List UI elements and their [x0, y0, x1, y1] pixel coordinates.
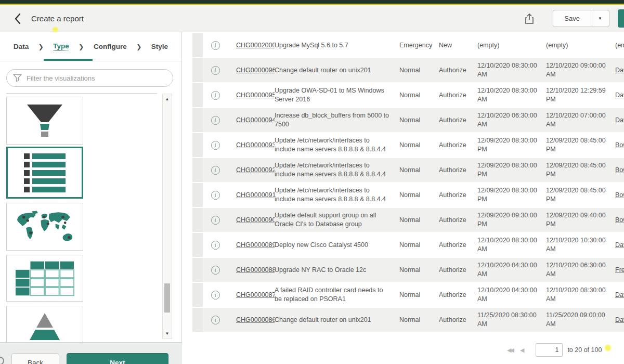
assigned-to-link[interactable]: Bow	[615, 166, 624, 174]
assigned-to-link[interactable]: Bow	[615, 191, 624, 199]
short-description: Update /etc/network/interfaces to includ…	[275, 183, 399, 207]
primary-button-partial[interactable]	[618, 9, 624, 28]
record-number-link[interactable]: CHG0000089	[236, 241, 275, 249]
assigned-to-link[interactable]: Bow	[615, 141, 624, 149]
viz-list-scrollbar[interactable]: ▲ ▼	[162, 94, 172, 339]
planned-start-date: 12/10/2020 08:30:00 AM	[477, 58, 546, 82]
step-type[interactable]: Type	[53, 42, 69, 51]
step-style[interactable]: Style	[151, 43, 168, 50]
save-dropdown-button[interactable]: ▼	[591, 10, 609, 27]
info-icon[interactable]: i	[211, 166, 220, 175]
viz-type-pyramid[interactable]	[6, 306, 83, 342]
viz-type-funnel[interactable]	[6, 97, 83, 145]
record-number-link[interactable]: CHG0000086	[236, 316, 275, 323]
change-state: New	[439, 33, 477, 57]
record-number-link[interactable]: CHG0000088	[236, 266, 275, 274]
viz-type-map[interactable]	[6, 203, 83, 251]
record-number-link[interactable]: CHG0002000	[236, 42, 275, 49]
assigned-to-link[interactable]: Dav	[615, 241, 624, 249]
table-row: i CHG0000086 Change default router on un…	[192, 308, 624, 332]
table-row: i CHG0000089 Deploy new Cisco Catalyst 4…	[192, 233, 624, 257]
info-icon[interactable]: i	[211, 91, 220, 100]
row-gutter	[192, 83, 203, 107]
next-button[interactable]: Next	[67, 353, 168, 364]
first-page-icon[interactable]: ◀◀	[507, 347, 513, 354]
assigned-to-link[interactable]: Dav	[615, 316, 624, 323]
short-description: Upgrade MySql 5.6 to 5.7	[275, 33, 399, 57]
help-icon-partial	[0, 357, 4, 364]
row-gutter	[192, 58, 203, 82]
step-data[interactable]: Data	[14, 43, 29, 50]
back-button[interactable]: Back	[11, 353, 59, 364]
share-icon[interactable]	[521, 10, 538, 28]
planned-end-date: 12/09/2020 08:45:00 PM	[546, 158, 615, 182]
info-icon[interactable]: i	[211, 41, 220, 50]
info-icon[interactable]: i	[211, 241, 220, 250]
short-description: Increase db_block_buffers from 5000 to 7…	[275, 108, 399, 132]
record-number-link[interactable]: CHG0000092	[236, 166, 275, 174]
change-state: Authorize	[439, 183, 477, 207]
scrollbar-thumb[interactable]	[164, 283, 170, 313]
row-gutter	[192, 233, 203, 257]
change-state: Authorize	[439, 208, 477, 232]
filter-funnel-icon	[13, 73, 22, 84]
assigned-to-link[interactable]: Dav	[615, 92, 624, 99]
table-pagination: ◀◀ ◀ to 20 of 100	[507, 342, 624, 358]
info-icon[interactable]: i	[211, 66, 220, 75]
assigned-to-link[interactable]: Dav	[615, 67, 624, 74]
record-number-link[interactable]: CHG0000091	[236, 191, 275, 199]
planned-end-date: 12/10/2020 07:00:00 AM	[546, 108, 615, 132]
short-description: Change default router on unix201	[275, 308, 399, 332]
viz-type-list[interactable]	[6, 147, 83, 199]
info-icon[interactable]: i	[211, 191, 220, 200]
assigned-to-link[interactable]: Fre	[615, 266, 624, 274]
table-row: i CHG0002000 Upgrade MySql 5.6 to 5.7 Em…	[192, 33, 624, 57]
record-number-link[interactable]: CHG0000095	[236, 92, 275, 99]
row-gutter	[192, 108, 203, 132]
world-map-icon	[13, 210, 76, 244]
assigned-to-link[interactable]: Bow	[615, 216, 624, 224]
step-configure[interactable]: Configure	[94, 43, 127, 50]
page-number-input[interactable]	[536, 343, 563, 357]
info-icon[interactable]: i	[211, 116, 220, 125]
planned-start-date: 12/10/2020 06:30:00 AM	[477, 108, 546, 132]
assigned-to-link[interactable]: Dav	[615, 116, 624, 124]
info-icon[interactable]: i	[211, 141, 220, 150]
viz-type-table[interactable]	[6, 255, 83, 302]
filter-visualizations-input[interactable]	[6, 69, 173, 87]
save-button[interactable]: Save	[553, 10, 591, 27]
change-type: Normal	[399, 158, 439, 182]
record-number-link[interactable]: CHG0000094	[236, 116, 275, 124]
record-number-link[interactable]: CHG0000096	[236, 67, 275, 74]
change-type: Normal	[399, 308, 439, 332]
change-type: Normal	[399, 133, 439, 157]
row-gutter	[192, 283, 203, 307]
back-arrow-button[interactable]	[10, 11, 25, 27]
short-description: A failed RAID controller card needs to b…	[275, 283, 399, 307]
change-type: Emergency	[399, 33, 439, 57]
scroll-down-icon[interactable]: ▼	[163, 331, 172, 336]
table-row: i CHG0000088 Upgrade NY RAC to Oracle 12…	[192, 258, 624, 282]
record-number-link[interactable]: CHG0000087	[236, 291, 275, 298]
record-number-link[interactable]: CHG0000093	[236, 141, 275, 149]
assigned-to-link[interactable]: (em	[615, 42, 624, 49]
info-icon[interactable]: i	[211, 266, 220, 275]
record-number-link[interactable]: CHG0000090	[236, 216, 275, 224]
list-chart-icon	[24, 153, 66, 192]
info-icon[interactable]: i	[211, 316, 220, 324]
planned-start-date: 12/09/2020 08:30:00 PM	[477, 133, 546, 157]
change-state: Authorize	[439, 58, 477, 82]
scroll-up-icon[interactable]: ▲	[163, 97, 172, 101]
change-state: Authorize	[439, 283, 477, 307]
row-gutter	[192, 208, 203, 232]
previous-page-icon[interactable]: ◀	[520, 347, 524, 354]
browser-top-strip	[0, 0, 624, 5]
info-icon[interactable]: i	[211, 291, 220, 300]
change-state: Authorize	[439, 108, 477, 132]
planned-end-date: 12/10/2020 10:30:00 AM	[546, 233, 615, 257]
funnel-chart-icon	[14, 102, 76, 139]
info-icon[interactable]: i	[211, 216, 220, 225]
planned-end-date: 12/09/2020 08:45:00 PM	[546, 183, 615, 207]
row-gutter	[192, 258, 203, 282]
assigned-to-link[interactable]: Dav	[615, 291, 624, 298]
